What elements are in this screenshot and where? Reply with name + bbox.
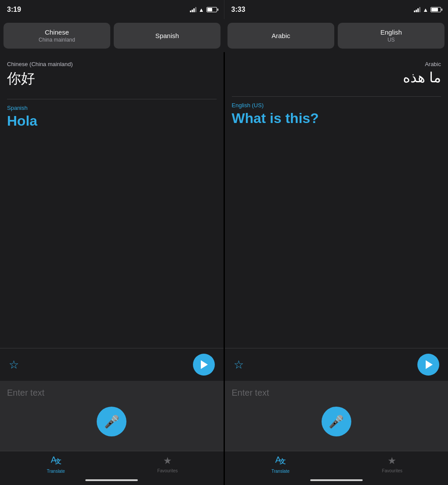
left-nav-favourites[interactable]: ★ Favourites: [112, 451, 223, 475]
right-phone-panel: Arabic ما هذه English (US) What is this?…: [225, 52, 448, 485]
right-home-indicator-row: [225, 475, 448, 485]
left-status-icons: ▲: [190, 7, 217, 13]
left-phone-panel: Chinese (China mainland) 你好 Spanish Hola…: [0, 52, 225, 485]
right-translate-label: Translate: [271, 469, 289, 474]
right-home-indicator: [225, 475, 448, 485]
left-input-area: Enter text 🎤: [0, 381, 224, 451]
right-home-bar: [310, 479, 363, 481]
left-translate-label: Translate: [47, 469, 65, 474]
left-home-indicator-row: [0, 475, 224, 485]
left-lang-btn-chinese[interactable]: Chinese China mainland: [4, 23, 110, 49]
status-bar-row: 3:19 ▲ 3:33 ▲: [0, 0, 448, 19]
left-lang-btn-spanish[interactable]: Spanish: [114, 23, 220, 49]
left-target-label: Spanish: [7, 105, 217, 111]
left-favourites-label: Favourites: [158, 468, 178, 473]
right-target-text: What is this?: [232, 110, 441, 127]
svg-text:文: 文: [55, 458, 61, 464]
left-divider: [7, 99, 217, 99]
left-translate-icon: A 文: [51, 455, 61, 467]
right-nav-translate[interactable]: A 文 Translate: [225, 451, 336, 475]
left-bottom-nav-row: A 文 Translate ★ Favourites: [0, 451, 224, 475]
left-time: 3:19: [7, 6, 21, 14]
right-source-text: ما هذه: [232, 69, 441, 86]
right-target-label: English (US): [232, 102, 441, 109]
right-nav-favourites[interactable]: ★ Favourites: [336, 451, 448, 475]
left-source-text: 你好: [7, 69, 217, 88]
right-favourites-icon: ★: [388, 455, 396, 467]
lang-selector-row: Chinese China mainland Spanish Arabic En…: [0, 19, 448, 52]
left-battery-icon: [206, 7, 217, 12]
right-source-label: Arabic: [232, 61, 441, 67]
left-mic-button[interactable]: 🎤: [97, 407, 126, 436]
right-play-icon: [426, 360, 433, 369]
left-signal-icon: [190, 7, 196, 12]
left-translation-area: Chinese (China mainland) 你好 Spanish Hola: [0, 52, 224, 348]
left-home-bar: [85, 479, 138, 481]
left-home-indicator: [0, 475, 224, 485]
right-action-row: ☆: [225, 348, 448, 381]
right-bottom-nav-row: A 文 Translate ★ Favourites: [225, 451, 448, 475]
right-mic-icon: 🎤: [329, 415, 344, 429]
right-translate-icon: A 文: [275, 455, 286, 467]
left-target-text: Hola: [7, 113, 217, 129]
right-translation-area: Arabic ما هذه English (US) What is this?: [225, 52, 448, 348]
left-action-row: ☆: [0, 348, 224, 381]
left-wifi-icon: ▲: [199, 7, 204, 13]
right-wifi-icon: ▲: [423, 7, 428, 13]
left-play-button[interactable]: [193, 354, 215, 376]
right-lang-panel: Arabic English US: [226, 23, 444, 49]
right-favourite-button[interactable]: ☆: [234, 359, 244, 370]
right-divider: [232, 96, 441, 97]
left-play-icon: [201, 360, 208, 369]
left-status-bar: 3:19 ▲: [0, 0, 224, 19]
right-mic-button[interactable]: 🎤: [322, 407, 351, 436]
svg-text:文: 文: [280, 458, 286, 464]
left-mic-icon: 🎤: [104, 415, 119, 429]
left-enter-text[interactable]: Enter text: [7, 388, 217, 398]
left-source-label: Chinese (China mainland): [7, 61, 217, 67]
right-signal-icon: [414, 7, 420, 12]
left-nav-translate[interactable]: A 文 Translate: [0, 451, 112, 475]
left-favourite-button[interactable]: ☆: [9, 359, 19, 370]
left-bottom-nav: A 文 Translate ★ Favourites: [0, 451, 224, 475]
left-favourites-icon: ★: [163, 455, 172, 467]
right-input-area: Enter text 🎤: [225, 381, 448, 451]
right-battery-icon: [430, 7, 441, 12]
phones-row: Chinese (China mainland) 你好 Spanish Hola…: [0, 52, 448, 485]
right-status-icons: ▲: [414, 7, 441, 13]
right-status-bar: 3:33 ▲: [224, 0, 448, 19]
left-lang-panel: Chinese China mainland Spanish: [4, 23, 222, 49]
right-enter-text[interactable]: Enter text: [232, 388, 441, 398]
right-play-button[interactable]: [417, 354, 439, 376]
right-bottom-nav: A 文 Translate ★ Favourites: [225, 451, 448, 475]
right-time: 3:33: [231, 6, 245, 14]
right-favourites-label: Favourites: [382, 468, 402, 473]
right-lang-btn-arabic[interactable]: Arabic: [228, 23, 334, 49]
right-lang-btn-english[interactable]: English US: [338, 23, 444, 49]
